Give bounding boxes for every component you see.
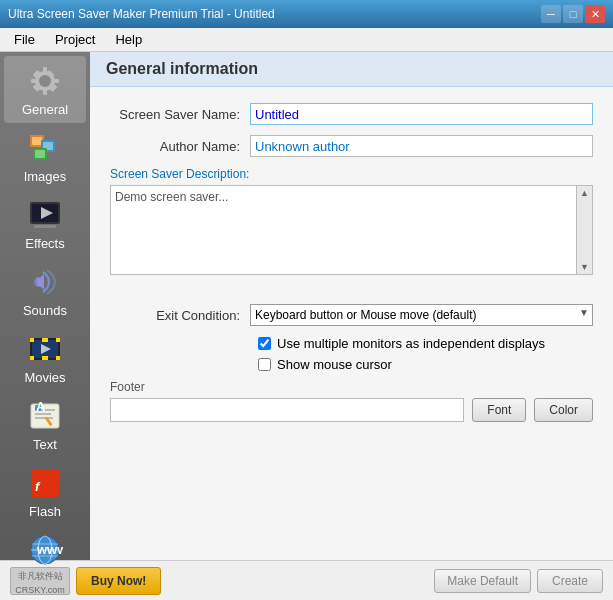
menu-bar: File Project Help <box>0 28 613 52</box>
title-bar: Ultra Screen Saver Maker Premium Trial -… <box>0 0 613 28</box>
sidebar-item-flash[interactable]: f Flash <box>4 458 86 525</box>
footer-row: Font Color <box>110 398 593 422</box>
bottom-bar: 非凡软件站CRSKY.com Buy Now! Make Default Cre… <box>0 560 613 600</box>
buynow-button[interactable]: Buy Now! <box>76 567 161 595</box>
monitors-checkbox-row: Use multiple monitors as independent dis… <box>258 336 593 351</box>
screensaver-name-row: Screen Saver Name: <box>110 103 593 125</box>
sidebar-item-sounds[interactable]: Sounds <box>4 257 86 324</box>
svg-rect-11 <box>32 137 42 145</box>
color-button[interactable]: Color <box>534 398 593 422</box>
description-section: Screen Saver Description: Demo screen sa… <box>110 167 593 290</box>
exit-condition-row: Exit Condition: Keyboard button or Mouse… <box>110 304 593 326</box>
menu-file[interactable]: File <box>4 30 45 49</box>
author-name-input[interactable] <box>250 135 593 157</box>
text-icon: A <box>26 397 64 435</box>
menu-project[interactable]: Project <box>45 30 105 49</box>
sidebar-item-label-images: Images <box>24 169 67 184</box>
logo-placeholder: 非凡软件站CRSKY.com <box>10 567 70 595</box>
minimize-button[interactable]: ─ <box>541 5 561 23</box>
svg-rect-25 <box>30 356 34 360</box>
makedefault-button[interactable]: Make Default <box>434 569 531 593</box>
svg-point-1 <box>39 75 51 87</box>
sidebar-item-label-text: Text <box>33 437 57 452</box>
description-label: Screen Saver Description: <box>110 167 593 181</box>
sidebar-item-text[interactable]: A Text <box>4 391 86 458</box>
screensaver-name-input[interactable] <box>250 103 593 125</box>
web-icon: www <box>26 531 64 569</box>
content-area: General information Screen Saver Name: A… <box>90 52 613 560</box>
effects-icon <box>26 196 64 234</box>
sidebar-item-effects[interactable]: Effects <box>4 190 86 257</box>
author-name-row: Author Name: <box>110 135 593 157</box>
svg-rect-26 <box>56 356 60 360</box>
images-icon <box>26 129 64 167</box>
svg-text:A: A <box>36 399 46 414</box>
menu-help[interactable]: Help <box>105 30 152 49</box>
flash-icon: f <box>26 464 64 502</box>
bottom-right: Make Default Create <box>434 569 603 593</box>
sidebar-item-general[interactable]: General <box>4 56 86 123</box>
sidebar-item-label-sounds: Sounds <box>23 303 67 318</box>
content-body: Screen Saver Name: Author Name: Screen S… <box>90 87 613 560</box>
sidebar-item-label-effects: Effects <box>25 236 65 251</box>
maximize-button[interactable]: □ <box>563 5 583 23</box>
create-button[interactable]: Create <box>537 569 603 593</box>
description-textarea[interactable]: Demo screen saver... <box>110 185 577 275</box>
screensaver-name-label: Screen Saver Name: <box>110 107 250 122</box>
cursor-checkbox-label: Show mouse cursor <box>277 357 392 372</box>
sidebar-item-movies[interactable]: Movies <box>4 324 86 391</box>
exit-condition-select[interactable]: Keyboard button or Mouse move (default) … <box>250 304 593 326</box>
svg-rect-28 <box>42 356 48 360</box>
desc-scrollbar[interactable]: ▲ ▼ <box>577 185 593 275</box>
description-wrapper: Demo screen saver... ▲ ▼ <box>110 185 593 290</box>
svg-rect-2 <box>43 67 47 74</box>
svg-rect-19 <box>34 225 56 228</box>
sidebar-item-label-flash: Flash <box>29 504 61 519</box>
bottom-left: 非凡软件站CRSKY.com Buy Now! <box>10 567 161 595</box>
exit-condition-label: Exit Condition: <box>110 308 250 323</box>
exit-condition-select-wrapper: Keyboard button or Mouse move (default) … <box>250 304 593 326</box>
monitors-checkbox-label: Use multiple monitors as independent dis… <box>277 336 545 351</box>
font-button[interactable]: Font <box>472 398 526 422</box>
svg-rect-23 <box>30 338 34 342</box>
content-header: General information <box>90 52 613 87</box>
cursor-checkbox-row: Show mouse cursor <box>258 357 593 372</box>
window-title: Ultra Screen Saver Maker Premium Trial -… <box>8 7 275 21</box>
footer-input[interactable] <box>110 398 464 422</box>
sounds-icon <box>26 263 64 301</box>
main-layout: General Images <box>0 52 613 560</box>
svg-rect-5 <box>52 79 59 83</box>
close-button[interactable]: ✕ <box>585 5 605 23</box>
sidebar-item-label-movies: Movies <box>24 370 65 385</box>
svg-rect-24 <box>56 338 60 342</box>
svg-rect-3 <box>43 88 47 95</box>
svg-rect-4 <box>31 79 38 83</box>
footer-section: Footer Font Color <box>110 380 593 422</box>
window-controls: ─ □ ✕ <box>541 5 605 23</box>
author-name-label: Author Name: <box>110 139 250 154</box>
svg-rect-27 <box>42 338 48 342</box>
sidebar: General Images <box>0 52 90 560</box>
general-icon <box>26 62 64 100</box>
movies-icon <box>26 330 64 368</box>
footer-label: Footer <box>110 380 593 394</box>
svg-rect-15 <box>35 150 45 158</box>
sidebar-item-images[interactable]: Images <box>4 123 86 190</box>
svg-text:www: www <box>36 542 63 557</box>
cursor-checkbox[interactable] <box>258 358 271 371</box>
sidebar-item-label-general: General <box>22 102 68 117</box>
monitors-checkbox[interactable] <box>258 337 271 350</box>
